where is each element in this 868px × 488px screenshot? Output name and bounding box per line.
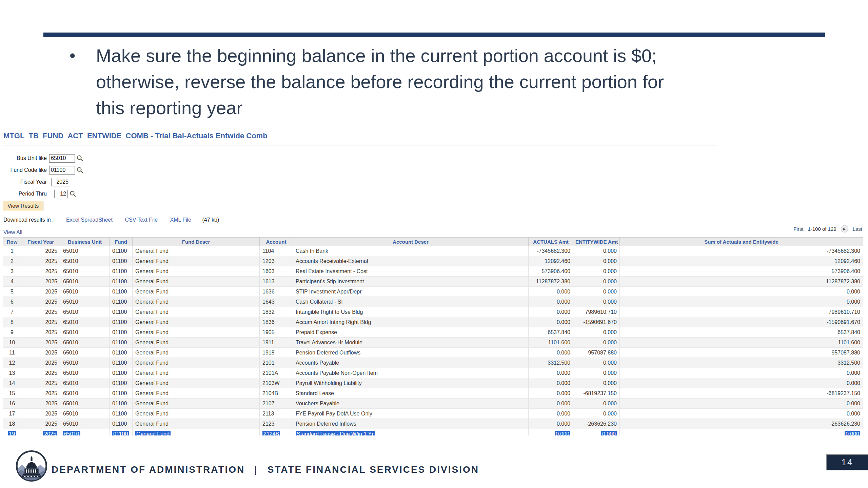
cell: 6 [3, 297, 21, 307]
table-row: 1420256501001100General Fund2103WPayroll… [3, 378, 863, 388]
fiscal-year-input[interactable] [51, 178, 70, 186]
cell: 01100 [110, 266, 133, 277]
cell: 16 [3, 399, 21, 409]
column-header: Fiscal Year [21, 238, 60, 246]
download-label: Download results in : [3, 217, 54, 223]
cell: General Fund [133, 297, 260, 307]
cell: 01100 [110, 327, 133, 338]
cell: 2025 [21, 419, 60, 429]
cell: 18 [3, 419, 21, 429]
download-link-excel[interactable]: Excel SpreadSheet [66, 217, 113, 223]
cell: 1613 [260, 277, 293, 287]
cell: Accounts Receivable-External [293, 256, 529, 266]
cell: 01100 [110, 429, 133, 436]
cell: 65010 [60, 409, 110, 419]
cell: Accounts Payable [293, 358, 529, 368]
cell: General Fund [133, 327, 260, 338]
cell: General Fund [133, 338, 260, 348]
cell: 65010 [60, 287, 110, 297]
column-header: ACTUALS Amt [529, 238, 573, 246]
table-row: 920256501001100General Fund1905Prepaid E… [3, 327, 863, 338]
cell: 0.000 [573, 256, 620, 266]
cell: 6537.840 [620, 327, 863, 338]
cell: 7989610.710 [620, 307, 863, 317]
cell: 2123 [260, 419, 293, 429]
cell: 0.000 [573, 246, 620, 256]
cell: Intangible Right to Use Bldg [293, 307, 529, 317]
cell: 1836 [260, 317, 293, 327]
period-thru-input[interactable] [54, 190, 68, 198]
cell: 01100 [110, 246, 133, 256]
view-all-link[interactable]: View All [3, 229, 22, 236]
lookup-icon[interactable] [69, 190, 77, 198]
cell: 1643 [260, 297, 293, 307]
cell: 2025 [21, 266, 60, 277]
bullet-item: • Make sure the beginning balance in the… [70, 43, 815, 121]
cell: 65010 [60, 358, 110, 368]
cell: 1104 [260, 246, 293, 256]
table-row: 1320256501001100General Fund2101AAccount… [3, 368, 863, 378]
results-header-row: RowFiscal YearBusiness UnitFundFund Desc… [3, 238, 863, 246]
cell: General Fund [133, 266, 260, 277]
table-row: 1220256501001100General Fund2101Accounts… [3, 358, 863, 368]
bus-unit-input[interactable] [49, 154, 75, 163]
cell: Cash Collateral - SI [293, 297, 529, 307]
cell: 0.000 [529, 317, 573, 327]
download-link-xml[interactable]: XML File [170, 217, 191, 223]
cell: 2025 [21, 277, 60, 287]
cell: -6819237.150 [620, 388, 863, 399]
lookup-icon[interactable] [76, 166, 84, 174]
fiscal-year-label: Fiscal Year [3, 179, 47, 185]
fund-code-input[interactable] [49, 166, 75, 175]
view-results-button[interactable]: View Results [3, 201, 43, 211]
cell: 2025 [21, 409, 60, 419]
cell: 0.000 [573, 287, 620, 297]
download-link-csv[interactable]: CSV Text File [125, 217, 158, 223]
cell: General Fund [133, 256, 260, 266]
cell: Pension Deferred Inflows [293, 419, 529, 429]
cell: 0.000 [573, 277, 620, 287]
cell: General Fund [133, 378, 260, 388]
footer-divider: | [254, 464, 258, 475]
table-row: 1820256501001100General Fund2123Pension … [3, 419, 863, 429]
period-thru-filter-row: Period Thru [3, 189, 77, 198]
cell: 0.000 [529, 388, 573, 399]
cell: 65010 [60, 368, 110, 378]
cell: 2025 [21, 358, 60, 368]
cell: 1203 [260, 256, 293, 266]
fund-code-filter-row: Fund Code like [3, 166, 84, 175]
cell: 9 [3, 327, 21, 338]
cell: General Fund [133, 419, 260, 429]
cell: 2 [3, 256, 21, 266]
capitol-logo-icon [16, 450, 47, 482]
cell: 957087.880 [620, 348, 863, 358]
cell: 2025 [21, 348, 60, 358]
cell: 11287872.380 [529, 277, 573, 287]
lookup-icon[interactable] [76, 155, 84, 162]
next-page-icon[interactable]: ▶ [841, 225, 848, 232]
cell: 11287872.380 [620, 277, 863, 287]
cell: 65010 [60, 307, 110, 317]
table-row: 1520256501001100General Fund2104BStandar… [3, 388, 863, 399]
pagination-last[interactable]: Last [853, 226, 862, 232]
cell: 1911 [260, 338, 293, 348]
fiscal-year-filter-row: Fiscal Year [3, 178, 70, 186]
pagination-first[interactable]: First [793, 226, 803, 232]
cell: 65010 [60, 419, 110, 429]
cell: 2101 [260, 358, 293, 368]
cell: General Fund [133, 277, 260, 287]
cell: 2025 [21, 256, 60, 266]
cell: 2025 [21, 317, 60, 327]
cell: 01100 [110, 388, 133, 399]
cell: 0.000 [529, 409, 573, 419]
cell: 2025 [21, 429, 60, 436]
fund-code-label: Fund Code like [3, 167, 47, 173]
cell: 7989610.710 [573, 307, 620, 317]
cell: 0.000 [573, 368, 620, 378]
cell: 65010 [60, 246, 110, 256]
cell: 19 [3, 429, 21, 436]
period-thru-label: Period Thru [3, 191, 47, 197]
table-row: 1720256501001100General Fund2113FYE Payr… [3, 409, 863, 419]
cell: 65010 [60, 348, 110, 358]
pagination: First 1-100 of 129 ▶ Last [793, 225, 862, 232]
